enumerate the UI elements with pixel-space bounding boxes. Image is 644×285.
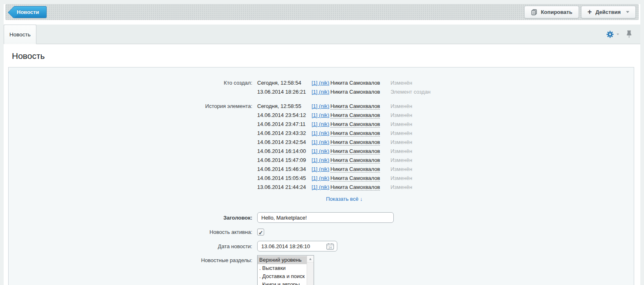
- back-to-news-button[interactable]: Новости: [13, 6, 47, 18]
- change-status: Изменён: [390, 138, 412, 147]
- user-name[interactable]: Никита Самохвалов: [330, 175, 380, 182]
- show-all-link[interactable]: Показать всё ↓: [326, 196, 362, 202]
- listbox-option[interactable]: . Книги и авторы: [258, 281, 307, 285]
- user-id-link[interactable]: [1] (nik): [312, 80, 329, 86]
- user-id-link[interactable]: [1] (nik): [312, 89, 329, 95]
- user-name[interactable]: Никита Самохвалов: [330, 103, 380, 110]
- change-status: Изменён: [390, 183, 412, 192]
- toolbar-actions-group: Копировать + Действия: [524, 6, 636, 18]
- user-id-link[interactable]: [1] (nik): [312, 175, 329, 181]
- user-id-link[interactable]: [1] (nik): [312, 166, 329, 172]
- gear-icon: [606, 31, 614, 38]
- app-window: Новости Копировать + Действия: [4, 4, 640, 285]
- history-entry: 13.06.2014 21:44:24 [1] (nik) Никита Сам…: [257, 183, 634, 192]
- copy-button-label: Копировать: [541, 9, 572, 15]
- history-entry: 14.06.2014 15:46:34 [1] (nik) Никита Сам…: [257, 165, 634, 174]
- history-entry: Сегодня, 12:58:55 [1] (nik) Никита Самох…: [257, 102, 634, 111]
- change-status: Изменён: [390, 102, 412, 111]
- user-id-link[interactable]: [1] (nik): [312, 148, 329, 154]
- tab-bar: Новость: [4, 25, 640, 44]
- title-field-row: Заголовок:: [9, 212, 634, 223]
- change-status: Изменён: [390, 147, 412, 156]
- tab-news-item[interactable]: Новость: [4, 25, 36, 44]
- change-status: Изменён: [390, 111, 412, 120]
- pin-form-button[interactable]: [626, 30, 632, 38]
- listbox-option-selected[interactable]: Верхний уровень: [258, 256, 307, 264]
- change-status: Изменён: [390, 165, 412, 174]
- top-toolbar: Новости Копировать + Действия: [5, 4, 639, 20]
- active-checkbox[interactable]: ✓: [257, 229, 264, 236]
- back-button-label: Новости: [17, 9, 39, 15]
- user-id-link[interactable]: [1] (nik): [312, 139, 329, 145]
- user-name[interactable]: Никита Самохвалов: [330, 184, 380, 191]
- user-id-link[interactable]: [1] (nik): [312, 103, 329, 109]
- user-name[interactable]: Никита Самохвалов: [330, 130, 380, 137]
- calendar-icon[interactable]: 24: [326, 243, 334, 253]
- sections-field-row: Новостные разделы: Верхний уровень . Выс…: [9, 255, 634, 285]
- listbox-scrollbar[interactable]: [307, 256, 314, 285]
- chevron-down-icon: [626, 11, 629, 13]
- user-id-link[interactable]: [1] (nik): [312, 184, 329, 190]
- active-field-row: Новость активна: ✓: [9, 228, 634, 237]
- scroll-up-arrow[interactable]: [307, 256, 314, 263]
- history-label: История элемента:: [9, 102, 257, 203]
- timestamp: 14.06.2014 23:47:11: [257, 120, 312, 129]
- change-status: Изменён: [390, 79, 412, 88]
- user-name[interactable]: Никита Самохвалов: [330, 121, 380, 128]
- change-status: Изменён: [390, 156, 412, 165]
- tab-bar-icons: [606, 25, 632, 44]
- change-status: Изменён: [390, 120, 412, 129]
- timestamp: 14.06.2014 23:54:12: [257, 111, 312, 120]
- copy-icon: [531, 9, 537, 16]
- user-name[interactable]: Никита Самохвалов: [330, 89, 380, 95]
- actions-button[interactable]: + Действия: [581, 6, 636, 18]
- timestamp: 14.06.2014 23:42:54: [257, 138, 312, 147]
- actions-button-label: Действия: [595, 9, 621, 15]
- change-status: Элемент создан: [390, 88, 431, 96]
- created-by-value: Сегодня, 12:58:54 [1] (nik) Никита Самох…: [257, 79, 634, 96]
- timestamp: 14.06.2014 15:46:34: [257, 165, 312, 174]
- user-name[interactable]: Никита Самохвалов: [330, 157, 380, 164]
- date-input[interactable]: [257, 241, 337, 251]
- timestamp: 14.06.2014 23:43:32: [257, 129, 312, 138]
- copy-button[interactable]: Копировать: [524, 6, 579, 18]
- user-name[interactable]: Никита Самохвалов: [330, 80, 380, 86]
- history-entry: 14.06.2014 15:05:45 [1] (nik) Никита Сам…: [257, 174, 634, 183]
- title-input[interactable]: [257, 212, 394, 223]
- timestamp: Сегодня, 12:58:55: [257, 102, 312, 111]
- sections-listbox[interactable]: Верхний уровень . Выставки . Доставка и …: [257, 255, 314, 285]
- listbox-option[interactable]: . Доставка и поиск: [258, 272, 307, 281]
- sections-field-label: Новостные разделы:: [9, 255, 257, 285]
- change-status: Изменён: [390, 129, 412, 138]
- active-field-label: Новость активна:: [9, 228, 257, 237]
- timestamp: 14.06.2014 15:05:45: [257, 174, 312, 183]
- created-by-row: Кто создал: Сегодня, 12:58:54 [1] (nik) …: [9, 79, 634, 96]
- user-name[interactable]: Никита Самохвалов: [330, 139, 380, 146]
- page-title: Новость: [12, 51, 634, 61]
- date-field-row: Дата новости: 24: [9, 241, 634, 252]
- timestamp: 13.06.2014 18:26:21: [257, 88, 312, 96]
- user-name[interactable]: Никита Самохвалов: [330, 166, 380, 173]
- user-id-link[interactable]: [1] (nik): [312, 130, 329, 136]
- history-entry: 14.06.2014 16:14:00 [1] (nik) Никита Сам…: [257, 147, 634, 156]
- history-entry: 14.06.2014 23:43:32 [1] (nik) Никита Сам…: [257, 129, 634, 138]
- listbox-option[interactable]: . Выставки: [258, 264, 307, 272]
- created-row: 13.06.2014 18:26:21 [1] (nik) Никита Сам…: [257, 88, 634, 96]
- user-name[interactable]: Никита Самохвалов: [330, 148, 380, 155]
- news-edit-form: Кто создал: Сегодня, 12:58:54 [1] (nik) …: [8, 67, 634, 285]
- timestamp: 14.06.2014 15:47:09: [257, 156, 312, 165]
- user-id-link[interactable]: [1] (nik): [312, 157, 329, 163]
- plus-icon: +: [588, 8, 592, 16]
- form-settings-button[interactable]: [606, 31, 619, 38]
- user-name[interactable]: Никита Самохвалов: [330, 112, 380, 119]
- timestamp: 13.06.2014 21:44:24: [257, 183, 312, 192]
- history-entry: 14.06.2014 23:54:12 [1] (nik) Никита Сам…: [257, 111, 634, 120]
- chevron-down-icon: [617, 34, 619, 35]
- created-row: Сегодня, 12:58:54 [1] (nik) Никита Самох…: [257, 79, 634, 88]
- title-field-label: Заголовок:: [9, 212, 257, 223]
- user-id-link[interactable]: [1] (nik): [312, 112, 329, 118]
- timestamp: Сегодня, 12:58:54: [257, 79, 312, 88]
- history-entry: 14.06.2014 23:42:54 [1] (nik) Никита Сам…: [257, 138, 634, 147]
- user-id-link[interactable]: [1] (nik): [312, 121, 329, 127]
- change-status: Изменён: [390, 174, 412, 183]
